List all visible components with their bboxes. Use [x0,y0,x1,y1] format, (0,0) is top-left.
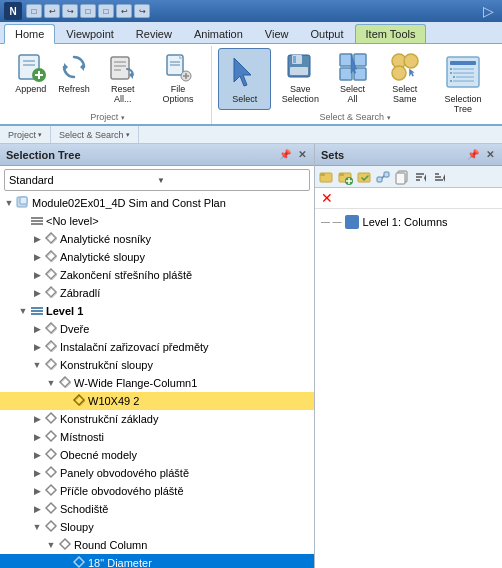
tree-item-instalacni[interactable]: ▶ Instalační zařizovací předměty [0,338,314,356]
expand-w-wide[interactable]: ▼ [44,378,58,388]
panel-pin-icon[interactable]: 📌 [277,149,293,160]
tree-item-sloupy[interactable]: ▼ Sloupy [0,518,314,536]
reset-all-button[interactable]: Reset All... [97,48,149,108]
18-diameter-icon [72,555,86,568]
expand-zabradli[interactable]: ▶ [30,288,44,298]
project-footer-label: Project ▾ [0,126,51,143]
tab-animation[interactable]: Animation [183,24,254,43]
tb-icon-6[interactable]: ↩ [116,4,132,18]
expand-dvere[interactable]: ▶ [30,324,44,334]
sets-pin-icon[interactable]: 📌 [465,149,481,160]
append-icon [15,51,47,83]
selection-tree-button[interactable]: Selection Tree [434,48,492,120]
sets-update-btn[interactable] [355,168,373,186]
svg-rect-49 [31,307,43,309]
schodiste-label: Schodiště [60,503,310,515]
tab-item-tools[interactable]: Item Tools [355,24,427,43]
select-button[interactable]: Select [218,48,271,110]
tab-view[interactable]: View [254,24,300,43]
tree-item-18-diameter[interactable]: 18" Diameter [0,554,314,568]
file-options-button[interactable]: File Options [151,48,205,108]
mistnosti-label: Místnosti [60,431,310,443]
tab-output[interactable]: Output [300,24,355,43]
expand-sloupy-an[interactable]: ▶ [30,252,44,262]
tree-item-sloupy-an[interactable]: ▶ Analytické sloupy [0,248,314,266]
tree-item-obecne[interactable]: ▶ Obecné modely [0,446,314,464]
tab-viewpoint[interactable]: Viewpoint [55,24,125,43]
standard-dropdown[interactable]: Standard ▼ [4,169,310,191]
tree-item-schodiste[interactable]: ▶ Schodiště [0,500,314,518]
tree-item-nolevel[interactable]: <No level> [0,212,314,230]
tree-item-nosníky[interactable]: ▶ Analytické nosníky [0,230,314,248]
expand-zakonceni[interactable]: ▶ [30,270,44,280]
konstr-sloupy-label: Konstrukční sloupy [60,359,310,371]
sets-sort-desc-btn[interactable] [431,168,449,186]
expand-instalacni[interactable]: ▶ [30,342,44,352]
tab-home[interactable]: Home [4,24,55,44]
tree-item-dvere[interactable]: ▶ Dveře [0,320,314,338]
tb-icon-5[interactable]: □ [98,4,114,18]
svg-marker-70 [424,174,426,182]
expand-schodiste[interactable]: ▶ [30,504,44,514]
sets-tree-container[interactable]: — — Level 1: Columns [315,209,502,568]
expand-prícle[interactable]: ▶ [30,486,44,496]
tree-item-w10x49[interactable]: W10X49 2 [0,392,314,410]
sets-link-btn[interactable] [374,168,392,186]
tb-icon-3[interactable]: ↪ [62,4,78,18]
tb-icon-2[interactable]: ↩ [44,4,60,18]
sets-delete-button[interactable]: ✕ [319,190,335,206]
expand-konstr-sloupy[interactable]: ▼ [30,360,44,370]
main-area: Selection Tree 📌 ✕ Standard ▼ ▼ Module [0,144,502,568]
konstr-zaklady-icon [44,411,58,427]
tree-item-konstr-zaklady[interactable]: ▶ Konstrukční základy [0,410,314,428]
append-button[interactable]: Append [10,48,51,98]
tree-item-w-wide[interactable]: ▼ W-Wide Flange-Column1 [0,374,314,392]
expand-mistnosti[interactable]: ▶ [30,432,44,442]
tb-icon-4[interactable]: □ [80,4,96,18]
expand-konstr-zaklady[interactable]: ▶ [30,414,44,424]
expand-sloupy[interactable]: ▼ [30,522,44,532]
svg-rect-75 [348,218,356,226]
select-all-button[interactable]: Select All [329,48,375,108]
prícle-label: Příčle obvodového pláště [60,485,310,497]
svg-rect-56 [320,173,325,176]
tab-review[interactable]: Review [125,24,183,43]
w-wide-label: W-Wide Flange-Column1 [74,377,310,389]
dvere-icon [44,321,58,337]
expand-obecne[interactable]: ▶ [30,450,44,460]
tree-item-mistnosti[interactable]: ▶ Místnosti [0,428,314,446]
tb-icon-7[interactable]: ↪ [134,4,150,18]
tb-icon-1[interactable]: □ [26,4,42,18]
select-same-button[interactable]: Select Same [378,48,432,108]
expand-round-column[interactable]: ▼ [44,540,58,550]
tree-item-round-column[interactable]: ▼ Round Column [0,536,314,554]
expand-panely[interactable]: ▶ [30,468,44,478]
nosníky-label: Analytické nosníky [60,233,310,245]
sets-new-folder-btn[interactable] [317,168,335,186]
expand-module[interactable]: ▼ [2,198,16,208]
panel-close-icon[interactable]: ✕ [296,149,308,160]
ribbon-group-select-search: Select Save Selection [212,46,498,124]
sets-item-level1-columns[interactable]: — — Level 1: Columns [317,213,500,231]
sets-close-icon[interactable]: ✕ [484,149,496,160]
expand-nosníky[interactable]: ▶ [30,234,44,244]
sets-sort-asc-btn[interactable] [412,168,430,186]
tree-item-module[interactable]: ▼ Module02Ex01_4D Sim and Const Plan [0,194,314,212]
tree-item-panely[interactable]: ▶ Panely obvodového pláště [0,464,314,482]
panely-label: Panely obvodového pláště [60,467,310,479]
tree-item-prícle[interactable]: ▶ Příčle obvodového pláště [0,482,314,500]
tree-item-level1[interactable]: ▼ Level 1 [0,302,314,320]
tree-item-zabradli[interactable]: ▶ Zábradlí [0,284,314,302]
sets-item-label: Level 1: Columns [363,216,448,228]
tree-item-konstr-sloupy[interactable]: ▼ Konstrukční sloupy [0,356,314,374]
refresh-label: Refresh [58,85,90,95]
select-icon [225,53,265,93]
svg-marker-6 [80,63,84,71]
sets-copy-btn[interactable] [393,168,411,186]
tree-container[interactable]: ▼ Module02Ex01_4D Sim and Const Plan [0,194,314,568]
tree-item-zakonceni[interactable]: ▶ Zakončení střešního pláště [0,266,314,284]
save-selection-button[interactable]: Save Selection [273,48,327,108]
sets-add-btn[interactable] [336,168,354,186]
refresh-button[interactable]: Refresh [53,48,94,98]
expand-level1[interactable]: ▼ [16,306,30,316]
